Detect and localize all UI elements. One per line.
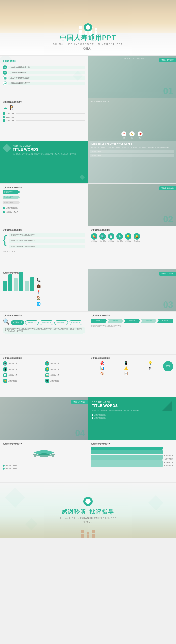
conn-arrow-2: 点击添加: [107, 319, 123, 323]
add-title-words-2: TITLE WORDS: [92, 403, 172, 408]
mind-icon-3: 💡: [139, 361, 162, 365]
bar-5: [25, 281, 29, 291]
ribbon-diamond-2: [3, 467, 5, 469]
poly-2: [73, 71, 83, 81]
arrow-shape-3: 点击添加文字: [3, 201, 20, 204]
photo-placeholder-01: THIS IS MORE INTERESTING 请输入文字内容 01: [88, 56, 176, 98]
icon-box-3: 📄: [3, 373, 7, 377]
icon-item-text-1: 点击添加文字: [8, 362, 17, 365]
slide-bracket: 点击添加标题和标题文字 { 点击添加文字内容，这里是示例文字 点击添加文字内容，…: [0, 226, 88, 269]
icon-box-8: ⚙: [45, 379, 49, 383]
add-label-2: ADD RELATED: [92, 401, 172, 403]
bar-1: [3, 281, 7, 291]
icon-label-2: 点击: [131, 137, 133, 139]
add-label: ADD RELATED: [13, 145, 84, 147]
icon-list-item-2: 📱 点击添加文字: [3, 367, 43, 372]
mind-icon-2: 📱: [115, 361, 138, 365]
icon-list-item-7: 📊 点击添加文字: [45, 373, 85, 377]
ribbon-container: [3, 448, 85, 463]
check-box-2: ✓: [3, 116, 5, 118]
search-icon: 🔍: [3, 318, 10, 325]
slide-stacked-bars: 点击添加标题和标题文字 点击添加文字 点击添加文字 点击添加文字 点击添加文字: [88, 440, 176, 483]
icon-item-text-7: 点击添加文字: [50, 374, 59, 376]
slide-bar-chart: 点击添加标题和标题文字 📞 💼 📍 🏠 🌐: [0, 269, 88, 312]
closing-child: [87, 532, 89, 538]
conn-arrow-4: 点击添加: [141, 319, 157, 323]
bar-4: [19, 272, 23, 291]
ribbon-items: 点击添加文字内容 点击添加文字内容: [3, 464, 85, 470]
checklist-title: 点击添加标题和标题文字: [3, 101, 85, 103]
head: [81, 530, 84, 533]
slide-add-title-row: ADD RELATED TITLE WORDS 点击添加正文文字内容，这里是示例…: [0, 141, 176, 183]
check-text-3: AAHL 7898: [6, 120, 14, 121]
check-text-a: 点击添加文字内容: [6, 207, 18, 209]
arrow-items: 点击添加文字 点击添加文字 点击添加文字: [3, 190, 85, 205]
click-add-item-2: 点击添加文字: [90, 154, 174, 157]
check-box-3: ✓: [3, 119, 5, 122]
icon-item-1: 📍 点击: [121, 131, 126, 139]
closing-family: [81, 530, 95, 538]
flow-sub-text: 点击添加正文文字内容，这里是示例文字内容: [91, 325, 173, 327]
circle-icons-grid: 💊 点击添加 🔍 点击添加 📋 点击添加 ⚙ 点击添加 💡 点击添加 🔔: [91, 233, 173, 242]
ribbon-text-2: 点击添加文字内容: [5, 467, 17, 470]
tag-1: 点击添加文字: [11, 320, 24, 325]
bar-row-2: [91, 450, 163, 454]
click-add-items: 点击添加文字 点击添加文字: [90, 150, 174, 157]
icon-list-item-6: 💡 点击添加文字: [45, 367, 85, 372]
photo-placeholder-02: 请输入文字内容 02: [88, 184, 176, 226]
icon-list-item-1: 💻 点击添加文字: [3, 361, 43, 366]
check-box-b: ✓: [3, 211, 5, 213]
bar-3: [14, 278, 18, 291]
closing-logo-inner: [85, 499, 91, 504]
photo-num-03: 03: [163, 300, 173, 310]
photo-label-left: 点击添加标题和标题文字: [90, 100, 110, 103]
closing-parent-2: [92, 530, 95, 538]
click-add-title: CLICK ON ADD RELATED TITLE WORDS: [90, 143, 174, 145]
stacked-title: 点击添加标题和标题文字: [91, 443, 173, 445]
circle-icon-2: 🔍: [99, 233, 106, 240]
circle-icon-5: 💡: [125, 233, 131, 240]
icon-item-2: 📐 点击: [129, 131, 135, 139]
cover-presenter: 汇报人：: [83, 47, 93, 50]
poly-bg: [0, 56, 88, 98]
photo-tag-01: 请输入文字内容: [159, 58, 176, 62]
slide-contents: CONTENTS 01 点击添加标题和标题文字 02 点击添加标题和标题文字 0…: [0, 55, 88, 98]
circle-icon-item-2: 🔍 点击添加: [99, 233, 106, 242]
circle-icon-1: 💊: [91, 233, 97, 240]
slide-circle-icons: 点击添加标题和标题文字 💊 点击添加 🔍 点击添加 📋 点击添加 ⚙ 点击添加 …: [88, 226, 176, 269]
head: [87, 532, 89, 535]
tag-3: 点击添加文字: [40, 320, 53, 325]
ribbon-text-1: 点击添加文字内容: [5, 464, 17, 467]
slide-flow-arrows: 点击添加标题和标题文字 点击添加 点击添加 点击添加 点击添加 点击添加 点击添…: [88, 312, 176, 354]
photo-num-01: 01: [163, 86, 173, 97]
circle-icon-label-5: 点击添加: [125, 240, 131, 242]
slide-search-row: 点击添加标题和标题文字 🔍 点击添加文字 点击添加文字 点击添加文字 点击添加文…: [0, 312, 176, 354]
body: [92, 534, 95, 538]
add-body-text-2: 点击添加正文文字内容，这里是示例文字内容，点击添加正文文字内容。: [92, 409, 172, 412]
mind-center-circle: 思维: [163, 361, 173, 371]
stacked-label-4: 点击添加文字: [164, 465, 173, 467]
stacked-bars-col: [91, 447, 163, 467]
icon-item-text-3: 点击添加文字: [8, 374, 17, 376]
mind-title: 点击添加标题和标题文字: [91, 357, 173, 360]
add-list: 点击添加文字内容 点击添加文字内容: [92, 414, 172, 419]
slide-photo-01: THIS IS MORE INTERESTING 请输入文字内容 01: [88, 55, 176, 98]
conn-arrow-1: 点击添加: [91, 319, 107, 323]
slide-icon-list: 点击添加标题和标题文字 💻 点击添加文字 📱 点击添加文字 📄 点击添加文字 🏆: [0, 354, 88, 397]
bar-6: [30, 277, 34, 291]
icon-box-7: 📊: [45, 373, 49, 377]
check-text-1: AAHL 7898: [6, 113, 14, 114]
conn-arrow-3: 点击添加: [124, 319, 140, 323]
icon-list-right: 📍 点击添加文字 💡 点击添加文字 📊 点击添加文字 ⚙ 点击添加文字: [45, 361, 85, 383]
logo-circle: [84, 23, 92, 31]
check-bar-1: [16, 113, 85, 114]
conn-arrow-5: 点击添加: [157, 319, 173, 323]
body: [81, 534, 84, 538]
arrow-shape-1: 点击添加文字: [3, 190, 20, 194]
icon-list-item-5: 📍 点击添加文字: [45, 361, 85, 366]
slide-photo-02: 请输入文字内容 02: [88, 183, 176, 226]
slide-photo-03: 请输入文字内容 03: [88, 269, 176, 312]
search-row: 🔍 点击添加文字 点击添加文字 点击添加文字 点击添加文字 点击添加文字: [3, 318, 85, 325]
circle-icon-label-4: 点击添加: [117, 240, 123, 242]
circle-icon-item-5: 💡 点击添加: [125, 233, 131, 242]
